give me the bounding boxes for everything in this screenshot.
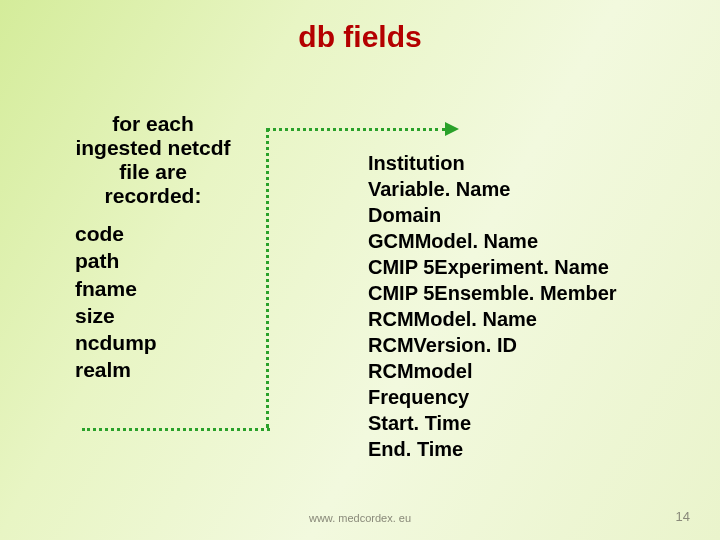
page-number: 14 — [676, 509, 690, 524]
list-item: realm — [75, 356, 157, 383]
list-item: Start. Time — [368, 410, 617, 436]
right-field-list: Institution Variable. Name Domain GCMMod… — [368, 150, 617, 462]
list-item: GCMModel. Name — [368, 228, 617, 254]
list-item: code — [75, 220, 157, 247]
list-item: End. Time — [368, 436, 617, 462]
list-item: CMIP 5Ensemble. Member — [368, 280, 617, 306]
list-item: RCMmodel — [368, 358, 617, 384]
subheading: for each ingested netcdf file are record… — [68, 112, 238, 209]
footer-url: www. medcordex. eu — [0, 512, 720, 524]
list-item: RCMVersion. ID — [368, 332, 617, 358]
list-item: size — [75, 302, 157, 329]
list-item: RCMModel. Name — [368, 306, 617, 332]
list-item: CMIP 5Experiment. Name — [368, 254, 617, 280]
list-item: Institution — [368, 150, 617, 176]
connector-line — [266, 128, 269, 428]
list-item: path — [75, 247, 157, 274]
arrow-right-icon — [445, 122, 459, 136]
left-field-list: code path fname size ncdump realm — [75, 220, 157, 384]
slide-title: db fields — [0, 20, 720, 54]
list-item: ncdump — [75, 329, 157, 356]
list-item: fname — [75, 275, 157, 302]
list-item: Domain — [368, 202, 617, 228]
connector-line — [82, 428, 270, 431]
list-item: Frequency — [368, 384, 617, 410]
connector-line — [266, 128, 446, 131]
list-item: Variable. Name — [368, 176, 617, 202]
